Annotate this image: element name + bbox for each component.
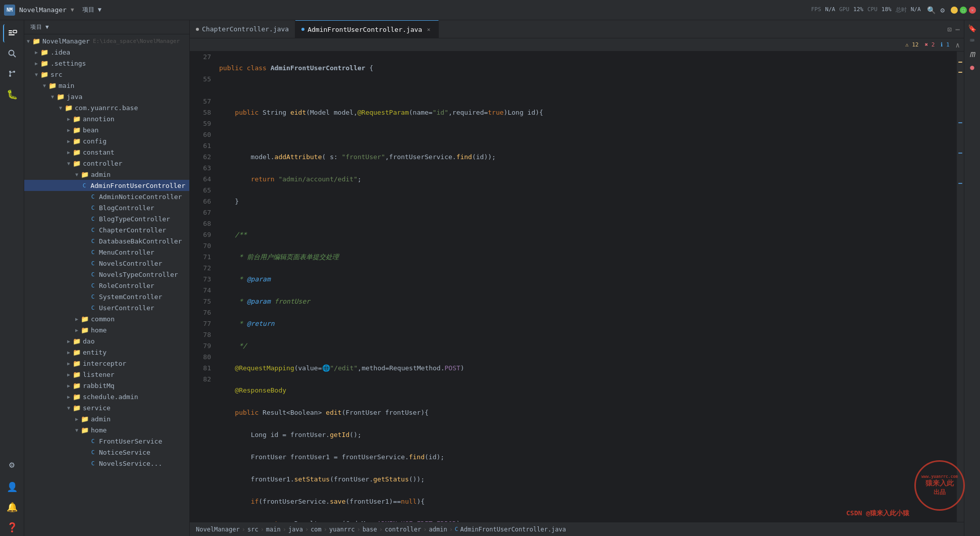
search-icon[interactable]: 🔍 bbox=[927, 6, 936, 14]
activity-help[interactable]: ❓ bbox=[3, 518, 21, 536]
folder-icon-java: 📁 bbox=[57, 93, 65, 101]
activity-debug[interactable]: 🐛 bbox=[3, 85, 21, 103]
rt-error-icon[interactable]: ● bbox=[970, 63, 974, 71]
tree-item-java[interactable]: ▼ 📁 java bbox=[24, 91, 189, 102]
tree-item-admin-folder[interactable]: ▼ 📁 admin bbox=[24, 169, 189, 180]
activity-git[interactable] bbox=[3, 65, 21, 83]
tree-label-admin: admin bbox=[91, 171, 111, 178]
tree-item-novels-svc[interactable]: C NovelsService... bbox=[24, 458, 189, 469]
tree-item-rabbitmq[interactable]: ▶ 📁 rabbitMq bbox=[24, 380, 189, 391]
settings-icon[interactable]: ⚙ bbox=[941, 6, 945, 14]
sidebar: 项目 ▼ ▼ 📁 NovelManager E:\idea_space\Nove… bbox=[24, 20, 190, 536]
breadcrumb-item-8[interactable]: admin bbox=[429, 526, 447, 533]
folder-icon-main: 📁 bbox=[48, 82, 57, 89]
tree-item-constant[interactable]: ▶ 📁 constant bbox=[24, 147, 189, 158]
java-icon-novels: C bbox=[89, 260, 97, 267]
breadcrumb-item-1[interactable]: src bbox=[247, 526, 259, 533]
gutter-warning-1 bbox=[958, 62, 962, 63]
tree-item-idea[interactable]: ▶ 📁 .idea bbox=[24, 46, 189, 58]
tree-item-front-user-svc[interactable]: C FrontUserService bbox=[24, 435, 189, 447]
tree-item-novels-ctrl[interactable]: C NovelsController bbox=[24, 258, 189, 269]
tab-admin-front-user-controller[interactable]: AdminFrontUserController.java ✕ bbox=[295, 20, 439, 38]
breadcrumb-item-5[interactable]: yuanrrc bbox=[329, 526, 355, 533]
tree-item-entity[interactable]: ▶ 📁 entity bbox=[24, 347, 189, 358]
tree-item-common[interactable]: ▶ 📁 common bbox=[24, 313, 189, 324]
folder-icon-settings: 📁 bbox=[40, 60, 48, 67]
tab-chapter-controller[interactable]: ChapterController.java bbox=[190, 20, 295, 38]
tree-item-menu-ctrl[interactable]: C MenuController bbox=[24, 247, 189, 258]
tree-label-main: main bbox=[59, 82, 74, 89]
tree-item-listener[interactable]: ▶ 📁 listener bbox=[24, 369, 189, 380]
menu-project[interactable]: 项目 ▼ bbox=[78, 4, 106, 16]
tree-item-chapter-ctrl[interactable]: C ChapterController bbox=[24, 224, 189, 235]
tree-item-root[interactable]: ▼ 📁 NovelManager E:\idea_space\NovelMana… bbox=[24, 35, 189, 46]
breadcrumb-item-6[interactable]: base bbox=[363, 526, 377, 533]
tree-item-com-base[interactable]: ▼ 📁 com.yuanrrc.base bbox=[24, 102, 189, 113]
tree-item-dao[interactable]: ▶ 📁 dao bbox=[24, 335, 189, 347]
collapse-icon[interactable]: ∧ bbox=[956, 41, 960, 49]
breadcrumb-item-2[interactable]: main bbox=[266, 526, 281, 533]
tree-item-settings[interactable]: ▶ 📁 .settings bbox=[24, 58, 189, 69]
sidebar-tree[interactable]: ▼ 📁 NovelManager E:\idea_space\NovelMana… bbox=[24, 34, 189, 536]
tree-item-src[interactable]: ▼ 📁 src bbox=[24, 69, 189, 80]
svg-point-4 bbox=[9, 51, 14, 56]
tree-item-controller[interactable]: ▼ 📁 controller bbox=[24, 158, 189, 169]
breadcrumb-item-3[interactable]: java bbox=[288, 526, 303, 533]
tree-item-service-home[interactable]: ▼ 📁 home bbox=[24, 424, 189, 435]
tree-item-main[interactable]: ▼ 📁 main bbox=[24, 80, 189, 91]
tree-item-bean[interactable]: ▶ 📁 bean bbox=[24, 124, 189, 135]
tree-label-config: config bbox=[83, 137, 107, 145]
tree-item-blogtype-ctrl[interactable]: C BlogTypeController bbox=[24, 213, 189, 224]
tree-item-home-ctrl[interactable]: ▶ 📁 home bbox=[24, 324, 189, 335]
rt-bookmarks-icon[interactable]: 🔖 bbox=[968, 24, 976, 32]
tree-item-system-ctrl[interactable]: C SystemController bbox=[24, 291, 189, 302]
maximize-button[interactable]: □ bbox=[960, 7, 967, 14]
breadcrumb-item-4[interactable]: com bbox=[311, 526, 322, 533]
tab-close-button[interactable]: ✕ bbox=[425, 26, 432, 33]
tree-item-user-ctrl[interactable]: C UserController bbox=[24, 302, 189, 313]
split-editor-icon[interactable]: ⊡ bbox=[947, 25, 951, 33]
breadcrumb-item-7[interactable]: controller bbox=[385, 526, 421, 533]
tree-item-dbbak-ctrl[interactable]: C DatabaseBakController bbox=[24, 235, 189, 247]
sidebar-header: 项目 ▼ bbox=[24, 20, 189, 34]
close-button[interactable]: ✕ bbox=[969, 7, 976, 14]
tree-item-schedule[interactable]: ▶ 📁 schedule.admin bbox=[24, 391, 189, 402]
rt-m-icon[interactable]: m bbox=[969, 48, 975, 59]
tree-item-role-ctrl[interactable]: C RoleController bbox=[24, 280, 189, 291]
tree-item-notice-svc[interactable]: C NoticeService bbox=[24, 447, 189, 458]
tree-label-blog: BlogController bbox=[99, 204, 154, 212]
tree-item-service[interactable]: ▼ 📁 service bbox=[24, 402, 189, 413]
tree-item-config[interactable]: ▶ 📁 config bbox=[24, 135, 189, 147]
tree-label-constant: constant bbox=[83, 149, 115, 156]
activity-notifications[interactable]: 🔔 bbox=[3, 498, 21, 516]
tree-item-admin-front-user-ctrl[interactable]: C AdminFrontUserController bbox=[24, 180, 189, 191]
rt-terminal-icon[interactable]: ⌨ bbox=[970, 36, 974, 44]
java-icon-dbbak: C bbox=[89, 238, 97, 245]
tree-label-chapter: ChapterController bbox=[99, 226, 166, 234]
tree-item-service-admin[interactable]: ▶ 📁 admin bbox=[24, 413, 189, 424]
activity-account[interactable]: 👤 bbox=[3, 477, 21, 496]
tree-label-service-admin: admin bbox=[91, 415, 111, 423]
app-dropdown-icon[interactable]: ▼ bbox=[71, 7, 74, 13]
tree-item-interceptor[interactable]: ▶ 📁 interceptor bbox=[24, 358, 189, 369]
activity-explorer[interactable] bbox=[3, 24, 21, 42]
breadcrumb-item-0[interactable]: NovelManager bbox=[196, 526, 240, 533]
minimize-button[interactable]: ─ bbox=[951, 7, 958, 14]
java-icon-blogtype: C bbox=[89, 216, 97, 222]
tree-label-annotion: annotion bbox=[83, 115, 115, 123]
status-bar: NovelManager › src › main › java › com ›… bbox=[190, 522, 964, 536]
tree-label-admin-notice: AdminNoticeController bbox=[99, 193, 182, 201]
tree-item-admin-notice-ctrl[interactable]: C AdminNoticeController bbox=[24, 191, 189, 202]
tree-item-novelstype-ctrl[interactable]: C NovelsTypeController bbox=[24, 269, 189, 280]
tree-label-listener: listener bbox=[83, 371, 115, 378]
tree-item-annotion[interactable]: ▶ 📁 annotion bbox=[24, 113, 189, 124]
activity-settings[interactable]: ⚙ bbox=[3, 455, 21, 473]
code-editor[interactable]: public class AdminFrontUserController { … bbox=[215, 52, 957, 522]
more-tabs-icon[interactable]: ⋯ bbox=[956, 25, 960, 33]
activity-search[interactable] bbox=[3, 44, 21, 63]
breadcrumb-item-9[interactable]: C AdminFrontUserController.java bbox=[455, 526, 566, 533]
java-icon-blog: C bbox=[89, 205, 97, 211]
tree-item-blog-ctrl[interactable]: C BlogController bbox=[24, 202, 189, 213]
java-icon-notice-svc: C bbox=[89, 449, 97, 456]
watermark-sub: 出品 bbox=[934, 488, 946, 497]
